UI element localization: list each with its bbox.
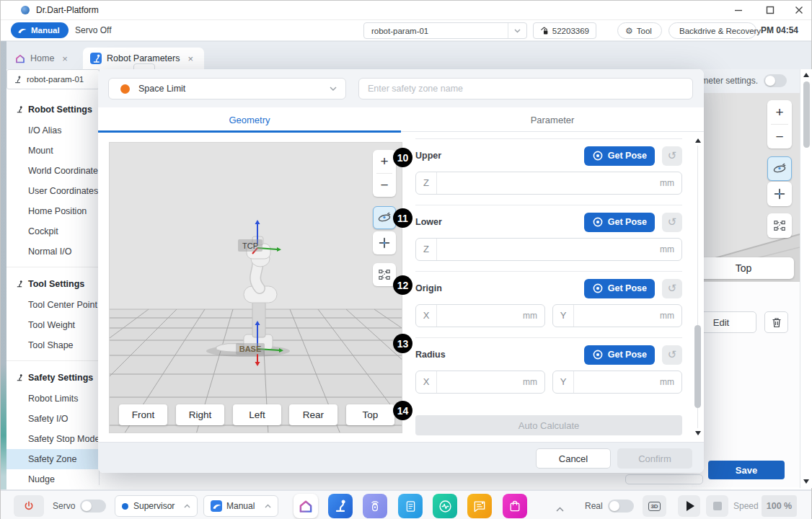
sidebar-item-io-alias[interactable]: I/O Alias <box>6 120 100 141</box>
sidebar-item-cockpit[interactable]: Cockpit <box>6 221 100 241</box>
sidebar-item-tool-shape[interactable]: Tool Shape <box>6 335 100 355</box>
view-front-button[interactable]: Front <box>119 404 167 425</box>
scroll-down-icon[interactable] <box>695 431 701 435</box>
tab-geometry[interactable]: Geometry <box>98 107 401 132</box>
backdrive-recovery-button[interactable]: Backdrive & Recovery <box>668 22 756 39</box>
radius-y-input[interactable] <box>574 372 660 392</box>
measure-button[interactable] <box>373 263 396 286</box>
mode-select[interactable]: Manual <box>203 495 278 517</box>
lower-z-input[interactable] <box>437 239 660 260</box>
app-robot-params-icon[interactable] <box>328 494 353 518</box>
sidebar-item-world-coordinates[interactable]: World Coordinates <box>6 161 100 181</box>
app-task-icon[interactable] <box>398 494 423 518</box>
bg-pan-view-button[interactable] <box>767 182 792 206</box>
tab-robot-parameters-close-icon[interactable]: × <box>187 53 193 64</box>
servo-status-text: Servo Off <box>75 25 111 35</box>
app-message-icon[interactable] <box>467 494 492 518</box>
close-button[interactable] <box>787 2 811 18</box>
sidebar-item-tool-weight[interactable]: Tool Weight <box>6 315 100 335</box>
settings-toggle[interactable] <box>764 74 787 87</box>
origin-x-input[interactable] <box>437 306 523 326</box>
scrollbar-thumb[interactable] <box>694 325 701 408</box>
trash-icon <box>772 317 782 328</box>
view-left-button[interactable]: Left <box>233 404 281 425</box>
zone-3d-viewport[interactable]: TCP BASE + − Front Right Left Rear Top <box>109 142 402 433</box>
document-icon <box>404 500 418 513</box>
bg-measure-button[interactable] <box>767 213 792 238</box>
lower-reset-button[interactable]: ↺ <box>662 213 682 232</box>
scroll-up-icon[interactable] <box>695 138 701 143</box>
clock-text: PM 04:54 <box>761 25 798 35</box>
bg-zoom-in-button[interactable]: + <box>767 100 792 124</box>
sidebar-item-safety-zone[interactable]: Safety Zone <box>6 449 100 469</box>
sidebar-item-home-position[interactable]: Home Position <box>6 201 100 221</box>
pan-view-button[interactable] <box>373 231 396 254</box>
sidebar-item-mount[interactable]: Mount <box>6 141 100 161</box>
bg-view-top-button[interactable]: Top <box>693 257 794 279</box>
play-button[interactable] <box>678 495 700 517</box>
view-rear-button[interactable]: Rear <box>289 404 337 425</box>
origin-reset-button[interactable]: ↺ <box>662 279 682 298</box>
confirm-button[interactable]: Confirm <box>617 448 692 469</box>
origin-get-pose-button[interactable]: Get Pose <box>584 279 655 298</box>
app-monitor-icon[interactable] <box>433 494 457 518</box>
sidebar-item-safety-stop-modes[interactable]: Safety Stop Modes <box>6 429 100 449</box>
bg-rotate-view-button[interactable] <box>767 156 792 181</box>
serial-number: 52203369 <box>552 27 589 35</box>
radius-x-input[interactable] <box>437 372 523 392</box>
upper-reset-button[interactable]: ↺ <box>662 146 682 166</box>
waveform-icon <box>438 499 453 514</box>
delete-button[interactable] <box>764 311 788 333</box>
servo-toggle[interactable] <box>80 500 106 513</box>
lower-get-pose-button[interactable]: Get Pose <box>584 213 655 232</box>
sidebar-item-normal-io[interactable]: Normal I/O <box>6 241 100 262</box>
upper-z-input[interactable] <box>437 173 660 193</box>
tool-button[interactable]: ⚙ Tool <box>617 22 662 39</box>
page-scrollbar[interactable] <box>800 69 812 488</box>
zoom-in-button[interactable]: + <box>373 150 396 173</box>
scroll-up-icon[interactable] <box>803 73 809 77</box>
tab-home-close-icon[interactable]: × <box>62 53 68 64</box>
auto-calculate-button[interactable]: Auto Calculate <box>415 415 682 435</box>
minimize-button[interactable] <box>726 2 751 18</box>
apps-collapse-button[interactable] <box>556 502 564 515</box>
scrollbar-thumb[interactable] <box>803 81 810 148</box>
robot-select[interactable]: robot-param-01 <box>363 22 527 39</box>
app-remote-icon[interactable] <box>363 494 387 518</box>
annotation-14: 14 <box>393 401 412 420</box>
sidebar-item-tool-center-point[interactable]: Tool Center Point <box>6 295 100 315</box>
sidebar-item-safety-io[interactable]: Safety I/O <box>6 409 100 429</box>
sidebar-item-robot-limits[interactable]: Robot Limits <box>6 389 100 409</box>
sidebar-device-selector[interactable]: robot-param-01 <box>6 69 100 89</box>
speed-value[interactable]: 100 % <box>762 495 797 517</box>
origin-y-input[interactable] <box>574 306 660 326</box>
cancel-button[interactable]: Cancel <box>536 448 611 469</box>
power-button[interactable] <box>14 495 44 517</box>
radius-get-pose-button[interactable]: Get Pose <box>584 345 655 365</box>
zoom-out-button[interactable]: − <box>373 174 396 197</box>
view-top-button[interactable]: Top <box>346 404 394 425</box>
radius-reset-button[interactable]: ↺ <box>662 345 682 365</box>
sidebar-item-user-coordinates[interactable]: User Coordinates <box>6 181 100 201</box>
scroll-down-icon[interactable] <box>803 479 809 484</box>
real-toggle[interactable] <box>608 500 634 513</box>
view-right-button[interactable]: Right <box>176 404 224 425</box>
role-select-value: Supervisor <box>133 501 175 511</box>
close-icon <box>795 6 803 14</box>
bg-zoom-out-button[interactable]: − <box>767 125 792 148</box>
sidebar-item-nudge[interactable]: Nudge <box>6 469 100 485</box>
tab-parameter[interactable]: Parameter <box>401 107 704 132</box>
zone-name-input[interactable] <box>358 78 693 99</box>
app-store-icon[interactable] <box>503 494 527 518</box>
app-home-icon[interactable] <box>294 494 318 518</box>
sim-3d-button[interactable]: 3D <box>643 495 666 517</box>
maximize-button[interactable] <box>758 2 782 18</box>
form-scrollbar[interactable] <box>694 138 702 435</box>
upper-get-pose-button[interactable]: Get Pose <box>584 146 655 166</box>
save-button[interactable]: Save <box>708 461 785 479</box>
mode-manual-button[interactable]: Manual <box>11 22 69 38</box>
zone-type-select[interactable]: Space Limit <box>108 78 346 99</box>
tab-home[interactable]: Home × <box>8 48 77 69</box>
role-select[interactable]: Supervisor <box>115 495 198 517</box>
stop-button[interactable] <box>706 495 728 517</box>
